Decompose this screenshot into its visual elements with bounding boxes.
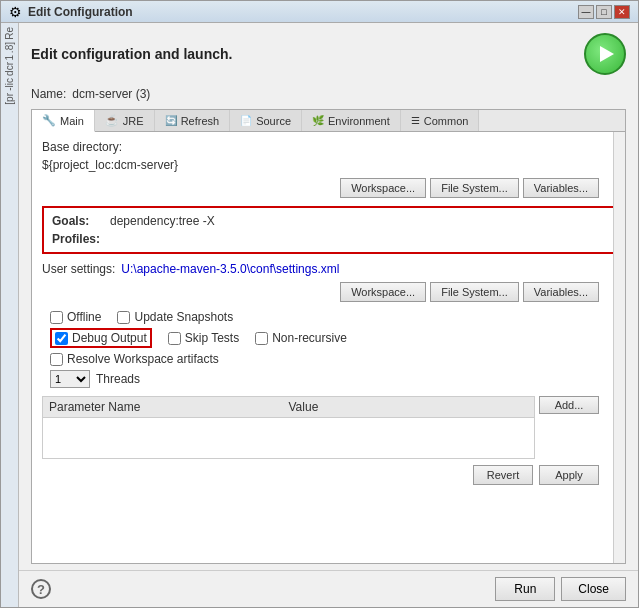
variables-button-1[interactable]: Variables... <box>523 178 599 198</box>
sidebar-label-3: 1 <box>4 55 15 61</box>
button-row-2: Workspace... File System... Variables... <box>42 282 599 302</box>
tab-content: Base directory: ${project_loc:dcm-server… <box>32 132 625 563</box>
param-table-header: Parameter Name Value <box>43 397 534 418</box>
apply-button[interactable]: Apply <box>539 465 599 485</box>
non-recursive-checkbox-item: Non-recursive <box>255 331 347 345</box>
base-dir-label: Base directory: <box>42 140 615 154</box>
run-quick-button[interactable] <box>584 33 626 75</box>
refresh-tab-icon: 🔄 <box>165 115 177 126</box>
tab-refresh[interactable]: 🔄 Refresh <box>155 110 231 131</box>
scrollbar[interactable] <box>613 132 625 563</box>
user-settings-value: U:\apache-maven-3.5.0\conf\settings.xml <box>121 262 339 276</box>
main-tab-label: Main <box>60 115 84 127</box>
debug-output-checkbox[interactable] <box>55 332 68 345</box>
goals-value: dependency:tree -X <box>110 214 215 228</box>
param-table-wrapper: Parameter Name Value Add... <box>42 396 599 459</box>
goals-row: Goals: dependency:tree -X <box>52 214 605 228</box>
jre-tab-icon: ☕ <box>105 114 119 127</box>
tab-environment[interactable]: 🌿 Environment <box>302 110 401 131</box>
help-icon-text: ? <box>37 582 45 597</box>
sidebar-label-2: .8] <box>4 42 15 53</box>
env-tab-label: Environment <box>328 115 390 127</box>
jre-tab-label: JRE <box>123 115 144 127</box>
left-sidebar: Re .8] 1 dcr -lic [pr <box>1 23 19 607</box>
sidebar-label-1: Re <box>4 27 15 40</box>
name-row: Name: dcm-server (3) <box>31 87 626 101</box>
maximize-button[interactable]: □ <box>596 5 612 19</box>
window-icon: ⚙ <box>9 4 22 20</box>
file-system-button-1[interactable]: File System... <box>430 178 519 198</box>
tabs-panel: 🔧 Main ☕ JRE 🔄 Refresh 📄 Source <box>31 109 626 564</box>
refresh-tab-label: Refresh <box>181 115 220 127</box>
main-tab-icon: 🔧 <box>42 114 56 127</box>
close-button[interactable]: ✕ <box>614 5 630 19</box>
profiles-row: Profiles: <box>52 232 605 246</box>
threads-label: Threads <box>96 372 140 386</box>
button-row-1: Workspace... File System... Variables... <box>42 178 599 198</box>
param-name-col: Parameter Name <box>49 400 289 414</box>
common-tab-icon: ☰ <box>411 115 420 126</box>
revert-button[interactable]: Revert <box>473 465 533 485</box>
tab-jre[interactable]: ☕ JRE <box>95 110 155 131</box>
checkbox-row-3: Resolve Workspace artifacts <box>50 352 615 366</box>
non-recursive-checkbox[interactable] <box>255 332 268 345</box>
resolve-workspace-checkbox-item: Resolve Workspace artifacts <box>50 352 219 366</box>
sidebar-label-4: dcr <box>4 62 15 76</box>
help-button[interactable]: ? <box>31 579 51 599</box>
goals-section: Goals: dependency:tree -X Profiles: <box>42 206 615 254</box>
tab-source[interactable]: 📄 Source <box>230 110 302 131</box>
update-snapshots-label: Update Snapshots <box>134 310 233 324</box>
window-title-text: Edit configuration and launch. <box>31 46 232 62</box>
offline-checkbox[interactable] <box>50 311 63 324</box>
update-snapshots-checkbox[interactable] <box>117 311 130 324</box>
update-snapshots-checkbox-item: Update Snapshots <box>117 310 233 324</box>
source-tab-label: Source <box>256 115 291 127</box>
resolve-workspace-checkbox[interactable] <box>50 353 63 366</box>
debug-output-checkbox-item: Debug Output <box>50 328 152 348</box>
checkbox-row-1: Offline Update Snapshots <box>50 310 615 324</box>
sidebar-label-5: -lic <box>4 78 15 91</box>
tab-main[interactable]: 🔧 Main <box>32 110 95 132</box>
skip-tests-checkbox[interactable] <box>168 332 181 345</box>
workspace-button-2[interactable]: Workspace... <box>340 282 426 302</box>
non-recursive-label: Non-recursive <box>272 331 347 345</box>
name-label: Name: <box>31 87 66 101</box>
param-value-col: Value <box>289 400 529 414</box>
env-tab-icon: 🌿 <box>312 115 324 126</box>
checkbox-row-2: Debug Output Skip Tests Non-recursive <box>50 328 615 348</box>
title-bar-left: ⚙ Edit Configuration <box>9 4 133 20</box>
main-content: Edit configuration and launch. Name: dcm… <box>19 23 638 607</box>
variables-button-2[interactable]: Variables... <box>523 282 599 302</box>
footer-right: Run Close <box>495 577 626 601</box>
window: ⚙ Edit Configuration — □ ✕ Re .8] 1 dcr … <box>0 0 639 608</box>
footer-close-button[interactable]: Close <box>561 577 626 601</box>
source-tab-icon: 📄 <box>240 115 252 126</box>
common-tab-label: Common <box>424 115 469 127</box>
window-header: Edit configuration and launch. <box>31 33 626 75</box>
bottom-buttons: Revert Apply <box>42 465 599 485</box>
tabs-bar: 🔧 Main ☕ JRE 🔄 Refresh 📄 Source <box>32 110 625 132</box>
title-controls: — □ ✕ <box>578 5 630 19</box>
workspace-button-1[interactable]: Workspace... <box>340 178 426 198</box>
debug-output-label: Debug Output <box>72 331 147 345</box>
name-value: dcm-server (3) <box>72 87 150 101</box>
window-title: Edit Configuration <box>28 5 133 19</box>
tab-common[interactable]: ☰ Common <box>401 110 480 131</box>
add-button[interactable]: Add... <box>539 396 599 414</box>
threads-select[interactable]: 1 2 4 <box>50 370 90 388</box>
offline-label: Offline <box>67 310 101 324</box>
resolve-workspace-label: Resolve Workspace artifacts <box>67 352 219 366</box>
offline-checkbox-item: Offline <box>50 310 101 324</box>
param-table-container: Parameter Name Value <box>42 396 535 459</box>
run-button[interactable]: Run <box>495 577 555 601</box>
base-dir-value: ${project_loc:dcm-server} <box>42 158 615 172</box>
user-settings-label: User settings: <box>42 262 115 276</box>
skip-tests-checkbox-item: Skip Tests <box>168 331 239 345</box>
minimize-button[interactable]: — <box>578 5 594 19</box>
file-system-button-2[interactable]: File System... <box>430 282 519 302</box>
profiles-label: Profiles: <box>52 232 102 246</box>
footer-bar: ? Run Close <box>19 570 638 607</box>
threads-row: 1 2 4 Threads <box>50 370 615 388</box>
param-table-body <box>43 418 534 458</box>
title-bar: ⚙ Edit Configuration — □ ✕ <box>1 1 638 23</box>
